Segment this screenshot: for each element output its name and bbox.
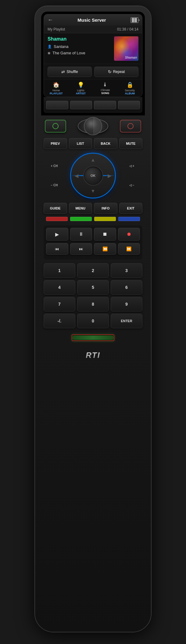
mode-row xyxy=(44,118,142,134)
dpad-section: + CH − CH ▲ ▼ ◀ ▶ OK xyxy=(44,153,142,198)
num-6-button[interactable]: 6 xyxy=(111,280,142,295)
nav-item-security[interactable]: 🔒 Security ALBUM xyxy=(118,80,142,97)
numpad-row-2: 4 5 6 xyxy=(44,280,142,295)
numpad: 1 2 3 4 5 6 7 8 9 -/. 0 ENTER xyxy=(44,263,142,328)
screen-nav: 🏠 Home PLAYLIST 💡 Lights ARTIST 🌡 Climat… xyxy=(44,79,142,97)
climate-icon: 🌡 xyxy=(94,82,117,88)
dpad-right-side: ◁ + ◁ − xyxy=(121,164,142,187)
exit-button[interactable]: EXIT xyxy=(119,203,143,214)
dpad-down[interactable]: ▼ xyxy=(91,188,95,194)
numpad-row-1: 1 2 3 xyxy=(44,263,142,278)
red-mode-button[interactable] xyxy=(120,120,141,133)
ok-button[interactable]: OK xyxy=(83,166,103,186)
color-btn-row xyxy=(44,217,142,221)
play-button[interactable]: ▶ xyxy=(46,228,68,241)
skip-forward-button[interactable]: ⏭ xyxy=(70,243,92,255)
num-4-button[interactable]: 4 xyxy=(44,280,75,295)
prev-button[interactable]: PREV xyxy=(44,138,67,149)
stop-button[interactable]: ⏹ xyxy=(94,228,116,241)
dpad-up[interactable]: ▲ xyxy=(91,157,95,163)
climate-sublabel: SONG xyxy=(94,92,117,95)
screen-section: ← Music Server ▉▉ My Playlist 01:38 / 04… xyxy=(41,12,145,115)
screen-controls: ⇄ Shuffle ↻ Repeat xyxy=(44,64,142,79)
led-bar-inner xyxy=(73,336,113,340)
mute-button[interactable]: MUTE xyxy=(119,138,143,149)
ch-minus-label: − CH xyxy=(44,184,65,187)
playlist-label: My Playlist xyxy=(48,27,65,31)
nav-item-home[interactable]: 🏠 Home PLAYLIST xyxy=(44,80,69,97)
fast-forward-button[interactable]: ⏩ xyxy=(118,243,140,255)
remote-body: ← Music Server ▉▉ My Playlist 01:38 / 04… xyxy=(35,6,151,632)
screen: ← Music Server ▉▉ My Playlist 01:38 / 04… xyxy=(44,14,142,97)
red-color-button[interactable] xyxy=(46,217,68,221)
num-2-button[interactable]: 2 xyxy=(77,263,109,278)
dpad-right[interactable]: ▶ xyxy=(108,173,111,179)
track-artist: 👤 Santana xyxy=(48,44,111,49)
playlist-time: 01:38 / 04:14 xyxy=(117,27,138,31)
num-9-button[interactable]: 9 xyxy=(111,297,142,311)
guide-button[interactable]: GUIDE xyxy=(44,203,67,214)
album-art: Shaman xyxy=(114,36,138,61)
skip-back-button[interactable]: ⏮ xyxy=(46,243,68,255)
blue-color-button[interactable] xyxy=(118,217,140,221)
rewind-button[interactable]: ⏪ xyxy=(94,243,116,255)
screen-header: ← Music Server ▉▉ xyxy=(44,14,142,26)
nav-item-climate[interactable]: 🌡 Climate SONG xyxy=(93,80,118,97)
pause-button[interactable]: ⏸ xyxy=(70,228,92,241)
dpad-outer[interactable]: ▲ ▼ ◀ ▶ OK xyxy=(70,153,116,198)
nav-item-lights[interactable]: 💡 Lights ARTIST xyxy=(69,80,93,97)
soft-key-4[interactable] xyxy=(118,101,140,109)
soft-keys xyxy=(44,97,142,113)
numpad-row-4: -/. 0 ENTER xyxy=(44,314,142,328)
climate-label: Climate xyxy=(94,89,117,92)
vol-plus-label: ◁ + xyxy=(121,164,142,168)
rti-logo: RTI xyxy=(44,347,142,363)
dpad-left[interactable]: ◀ xyxy=(75,173,78,179)
track-info: Shaman 👤 Santana ◉ The Game of Love xyxy=(48,36,111,61)
num-5-button[interactable]: 5 xyxy=(77,280,109,295)
soft-key-3[interactable] xyxy=(94,101,116,109)
home-icon: 🏠 xyxy=(45,82,68,88)
control-area: PREV LIST BACK MUTE + CH − CH xyxy=(41,115,145,363)
transport-row-1: ▶ ⏸ ⏹ ⏺ xyxy=(46,228,140,241)
record-button[interactable]: ⏺ xyxy=(118,228,140,241)
security-label: Security xyxy=(118,89,142,92)
led-bar-row xyxy=(44,333,142,342)
vol-minus-label: ◁ − xyxy=(121,184,142,187)
num-0-button[interactable]: 0 xyxy=(77,314,109,328)
num-8-button[interactable]: 8 xyxy=(77,297,109,311)
soft-key-1[interactable] xyxy=(46,101,68,109)
song-icon: ◉ xyxy=(48,51,51,55)
dot-slash-button[interactable]: -/. xyxy=(44,314,75,328)
repeat-button[interactable]: ↻ Repeat xyxy=(94,67,138,77)
dpad-row: + CH − CH ▲ ▼ ◀ ▶ OK xyxy=(44,153,142,198)
transport-section: ▶ ⏸ ⏹ ⏺ ⏮ ⏭ ⏪ ⏩ xyxy=(44,225,142,260)
yellow-color-button[interactable] xyxy=(94,217,116,221)
soft-key-2[interactable] xyxy=(70,101,92,109)
func-row: GUIDE MENU INFO EXIT xyxy=(44,203,142,214)
back-button[interactable]: ← xyxy=(48,17,53,23)
shuffle-icon: ⇄ xyxy=(61,69,65,74)
repeat-icon: ↻ xyxy=(108,69,112,74)
lights-label: Lights xyxy=(69,89,93,92)
home-sublabel: PLAYLIST xyxy=(45,92,68,95)
dpad-left-side: + CH − CH xyxy=(44,164,65,187)
green-mode-button[interactable] xyxy=(45,120,66,133)
green-circle-icon xyxy=(52,123,59,129)
home-label: Home xyxy=(45,89,68,92)
enter-button[interactable]: ENTER xyxy=(111,314,142,328)
back-btn[interactable]: BACK xyxy=(94,138,117,149)
playlist-bar: My Playlist 01:38 / 04:14 xyxy=(44,26,142,33)
num-1-button[interactable]: 1 xyxy=(44,263,75,278)
green-color-button[interactable] xyxy=(70,217,92,221)
num-3-button[interactable]: 3 xyxy=(111,263,142,278)
shuffle-button[interactable]: ⇄ Shuffle xyxy=(48,67,92,77)
info-button[interactable]: INFO xyxy=(94,203,117,214)
artist-icon: 👤 xyxy=(48,45,52,49)
list-button[interactable]: LIST xyxy=(69,138,92,149)
album-art-label: Shaman xyxy=(125,56,137,59)
dial-button[interactable] xyxy=(78,118,108,134)
security-icon: 🔒 xyxy=(118,82,142,88)
num-7-button[interactable]: 7 xyxy=(44,297,75,311)
menu-button[interactable]: MENU xyxy=(69,203,92,214)
